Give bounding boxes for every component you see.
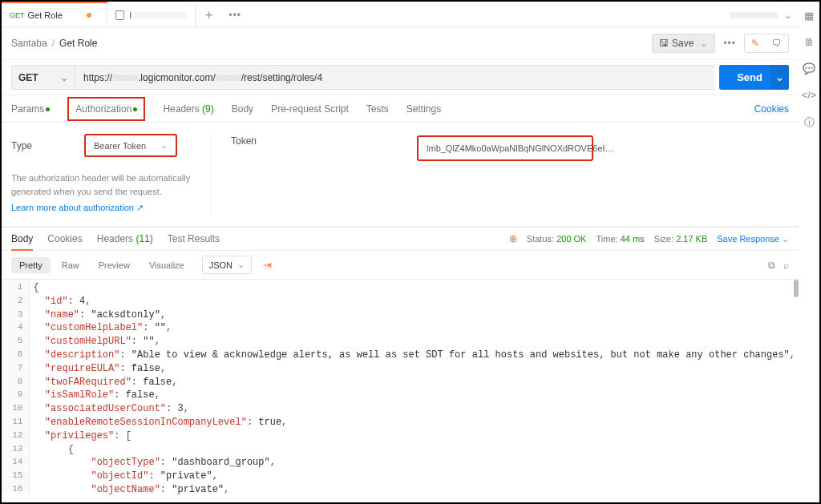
- redacted-env: [730, 12, 778, 18]
- breadcrumb-current: Get Role: [59, 38, 97, 49]
- line-gutter: 1234567891011121314151617181920: [2, 280, 29, 494]
- right-sidebar: ▦ 🗎 💬 </> ⓘ: [799, 3, 819, 130]
- auth-type-select[interactable]: Bearer Token ⌄: [84, 134, 177, 157]
- cookies-link[interactable]: Cookies: [754, 103, 789, 115]
- chevron-down-icon: ⌄: [160, 140, 168, 151]
- docs-icon[interactable]: 🗎: [804, 36, 815, 48]
- format-value: JSON: [209, 260, 233, 270]
- tab-settings[interactable]: Settings: [406, 103, 441, 115]
- save-label: Save: [672, 38, 694, 49]
- info-icon[interactable]: ⓘ: [804, 115, 815, 130]
- scrollbar-thumb[interactable]: [794, 280, 799, 297]
- tab-tests[interactable]: Tests: [366, 103, 389, 115]
- token-label: Token: [231, 135, 257, 147]
- send-button[interactable]: Send ⌄: [719, 65, 789, 90]
- tab-body[interactable]: Body: [232, 103, 253, 115]
- tab-get-role[interactable]: GET Get Role: [2, 3, 107, 26]
- chevron-down-icon: ⌄: [237, 260, 245, 270]
- auth-type-label: Type: [11, 140, 32, 151]
- tab-prerequest[interactable]: Pre-request Script: [271, 103, 349, 115]
- redacted-text: [112, 75, 138, 81]
- method-select[interactable]: GET ⌄: [11, 65, 75, 90]
- comment-mode-button[interactable]: 🗨: [766, 34, 788, 52]
- breadcrumb-root[interactable]: Santaba: [11, 38, 47, 49]
- tab-method-badge: GET: [10, 11, 25, 19]
- wrap-lines-button[interactable]: ⇥: [263, 259, 272, 271]
- response-body: 1234567891011121314151617181920 { "id": …: [2, 280, 799, 494]
- chevron-down-icon: ⌄: [782, 234, 789, 244]
- token-value: lmb_QlZ4Mko0aWpaNlBqNGlNOXdROVE6eI…: [427, 143, 614, 153]
- save-response-button[interactable]: Save Response ⌄: [717, 234, 789, 244]
- overview-icon[interactable]: ▦: [804, 10, 814, 22]
- token-input[interactable]: lmb_QlZ4Mko0aWpaNlBqNGlNOXdROVE6eI…: [417, 135, 593, 161]
- url-input[interactable]: https:// .logicmonitor.com/ /rest/settin…: [75, 65, 714, 90]
- view-preview[interactable]: Preview: [91, 257, 138, 273]
- url-part: .logicmonitor.com/: [138, 72, 216, 83]
- tab-params[interactable]: Params: [11, 103, 50, 115]
- status-label: Status: 200 OK: [527, 234, 587, 244]
- unsaved-dot-icon: [87, 13, 91, 18]
- request-icon: [115, 10, 124, 20]
- comments-icon[interactable]: 💬: [803, 62, 815, 75]
- resp-tab-cookies[interactable]: Cookies: [47, 233, 82, 244]
- code-content[interactable]: { "id": 4, "name": "acksdtonly", "custom…: [29, 280, 799, 494]
- tab-title: Get Role: [28, 10, 63, 20]
- resp-tab-headers[interactable]: Headers (11): [97, 233, 153, 244]
- method-value: GET: [18, 72, 38, 83]
- active-dot-icon: [46, 107, 50, 111]
- send-label: Send: [737, 71, 762, 83]
- tab-headers[interactable]: Headers (9): [163, 103, 213, 115]
- resp-tab-tests[interactable]: Test Results: [168, 233, 220, 244]
- network-icon[interactable]: ⊕: [509, 233, 517, 244]
- save-button[interactable]: 🖫 Save ⌄: [652, 34, 715, 53]
- breadcrumb-separator: /: [52, 38, 55, 49]
- url-part: https://: [83, 72, 112, 83]
- new-tab-button[interactable]: +: [196, 8, 222, 22]
- view-pretty[interactable]: Pretty: [11, 257, 51, 273]
- chevron-down-icon[interactable]: ⌄: [700, 38, 708, 49]
- edit-mode-button[interactable]: ✎: [745, 34, 766, 52]
- auth-type-value: Bearer Token: [94, 141, 146, 151]
- tabs-bar: GET Get Role I + ••• ⌄: [2, 3, 799, 27]
- search-icon[interactable]: ⌕: [783, 260, 789, 271]
- save-icon: 🖫: [659, 38, 669, 49]
- code-icon[interactable]: </>: [802, 89, 817, 101]
- tab-secondary[interactable]: I: [107, 3, 196, 26]
- view-raw[interactable]: Raw: [54, 257, 87, 273]
- url-part: /rest/setting/roles/4: [241, 72, 322, 83]
- view-visualize[interactable]: Visualize: [141, 257, 192, 273]
- environment-selector[interactable]: ⌄: [730, 10, 799, 21]
- redacted-text: [135, 12, 187, 18]
- format-select[interactable]: JSON ⌄: [202, 256, 252, 274]
- chevron-down-icon: ⌄: [60, 72, 68, 83]
- resp-tab-body[interactable]: Body: [11, 233, 33, 251]
- time-label: Time: 44 ms: [596, 234, 644, 244]
- auth-help-text: The authorization header will be automat…: [11, 171, 201, 198]
- view-mode-toggle: ✎ 🗨: [744, 34, 789, 53]
- auth-learn-more-link[interactable]: Learn more about authorization ↗: [11, 203, 144, 213]
- tab-overflow-button[interactable]: •••: [222, 10, 248, 21]
- size-label: Size: 2.17 KB: [654, 234, 708, 244]
- tab-authorization[interactable]: Authorization: [67, 97, 145, 121]
- active-dot-icon: [133, 107, 137, 111]
- more-actions-button[interactable]: •••: [723, 38, 736, 49]
- chevron-down-icon: ⌄: [784, 10, 792, 21]
- chevron-down-icon[interactable]: ⌄: [770, 65, 789, 90]
- copy-icon[interactable]: ⧉: [768, 260, 775, 271]
- redacted-text: [216, 75, 241, 81]
